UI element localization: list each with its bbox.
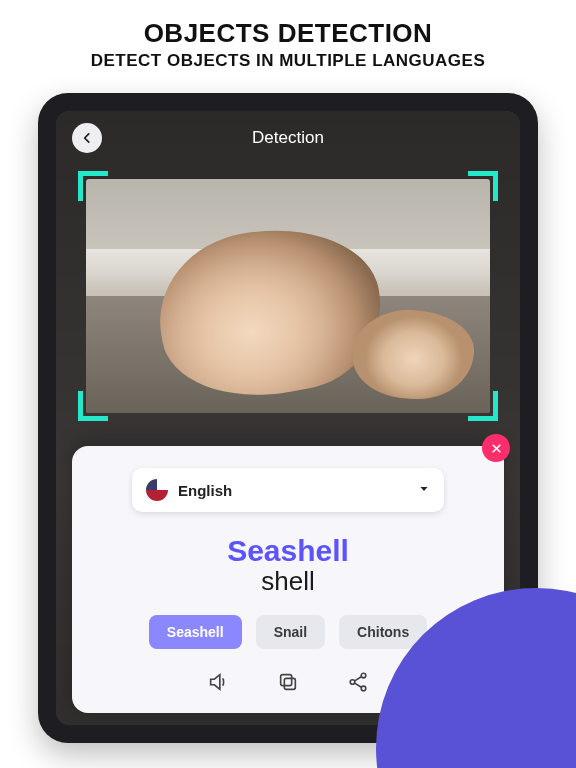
detected-photo xyxy=(86,179,490,413)
close-icon xyxy=(490,442,503,455)
close-button[interactable] xyxy=(482,434,510,462)
hero-subtitle: DETECT OBJECTS IN MULTIPLE LANGUAGES xyxy=(0,51,576,71)
topbar: Detection xyxy=(56,111,520,165)
flag-us-icon xyxy=(146,479,168,501)
detection-viewport xyxy=(78,171,498,421)
svg-rect-0 xyxy=(284,678,295,689)
speak-button[interactable] xyxy=(207,671,229,697)
speaker-icon xyxy=(207,671,229,693)
copy-button[interactable] xyxy=(277,671,299,697)
result: Seashell shell xyxy=(88,534,488,597)
svg-rect-1 xyxy=(281,675,292,686)
language-label: English xyxy=(178,482,232,499)
chip-seashell[interactable]: Seashell xyxy=(149,615,242,649)
corner-tl xyxy=(78,171,108,201)
result-primary: Seashell xyxy=(88,534,488,568)
page-title: Detection xyxy=(252,128,324,148)
chip-snail[interactable]: Snail xyxy=(256,615,325,649)
corner-br xyxy=(468,391,498,421)
hero-title: OBJECTS DETECTION xyxy=(0,18,576,49)
corner-bl xyxy=(78,391,108,421)
share-button[interactable] xyxy=(347,671,369,697)
copy-icon xyxy=(277,671,299,693)
corner-tr xyxy=(468,171,498,201)
result-secondary: shell xyxy=(88,566,488,597)
share-icon xyxy=(347,671,369,693)
language-select[interactable]: English xyxy=(132,468,444,512)
caret-down-icon xyxy=(418,481,430,499)
back-button[interactable] xyxy=(72,123,102,153)
chevron-left-icon xyxy=(80,131,94,145)
